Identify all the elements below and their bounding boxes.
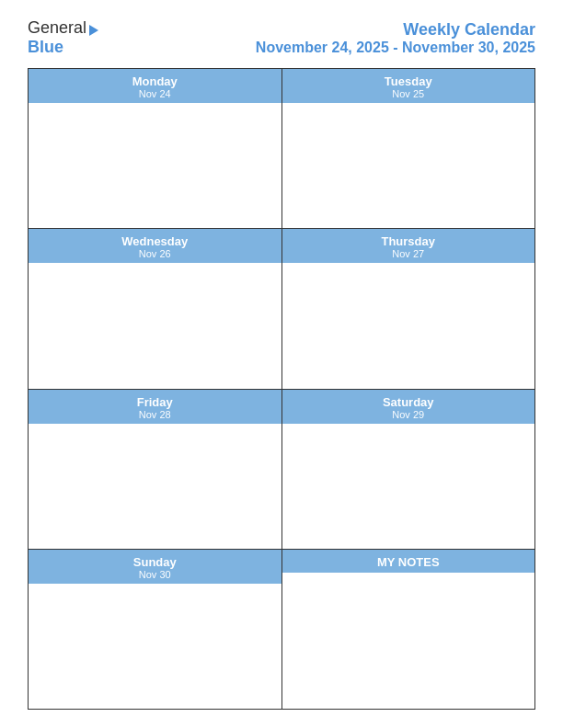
title-section: Weekly Calendar November 24, 2025 - Nove… [256,20,535,56]
monday-cell: Monday Nov 24 [29,69,282,228]
saturday-content [282,424,535,549]
wednesday-cell: Wednesday Nov 26 [29,229,282,388]
logo: General [28,18,99,38]
wednesday-name: Wednesday [29,234,282,248]
thursday-name: Thursday [282,234,535,248]
row-sunday-notes: Sunday Nov 30 MY NOTES [29,550,534,709]
monday-content [29,103,282,228]
thursday-date: Nov 27 [282,248,535,259]
saturday-header: Saturday Nov 29 [282,390,535,424]
logo-general-text: General [28,18,86,38]
sunday-name: Sunday [29,555,282,569]
notes-header: MY NOTES [282,550,535,573]
tuesday-cell: Tuesday Nov 25 [282,69,535,228]
row-monday-tuesday: Monday Nov 24 Tuesday Nov 25 [29,69,534,229]
logo-container: General Blue [28,18,99,57]
calendar-title: Weekly Calendar [256,20,535,40]
thursday-cell: Thursday Nov 27 [282,229,535,388]
saturday-name: Saturday [282,395,535,409]
logo-blue-text: Blue [28,38,63,57]
tuesday-content [282,103,535,228]
calendar-grid: Monday Nov 24 Tuesday Nov 25 Wednesday [28,68,535,710]
friday-header: Friday Nov 28 [29,390,282,424]
wednesday-content [29,263,282,388]
row-wednesday-thursday: Wednesday Nov 26 Thursday Nov 27 [29,229,534,389]
sunday-content [29,584,282,709]
logo-triangle-icon [89,25,98,36]
calendar-date-range: November 24, 2025 - November 30, 2025 [256,40,535,56]
friday-cell: Friday Nov 28 [29,390,282,549]
monday-header: Monday Nov 24 [29,69,282,103]
friday-content [29,424,282,549]
header: General Blue Weekly Calendar November 24… [28,18,535,57]
wednesday-date: Nov 26 [29,248,282,259]
friday-name: Friday [29,395,282,409]
wednesday-header: Wednesday Nov 26 [29,229,282,263]
monday-name: Monday [29,74,282,88]
notes-content [282,573,535,709]
saturday-date: Nov 29 [282,409,535,420]
sunday-date: Nov 30 [29,569,282,580]
saturday-cell: Saturday Nov 29 [282,390,535,549]
tuesday-header: Tuesday Nov 25 [282,69,535,103]
thursday-content [282,263,535,388]
friday-date: Nov 28 [29,409,282,420]
page: General Blue Weekly Calendar November 24… [0,0,563,728]
thursday-header: Thursday Nov 27 [282,229,535,263]
tuesday-name: Tuesday [282,74,535,88]
notes-cell: MY NOTES [282,550,535,709]
sunday-cell: Sunday Nov 30 [29,550,282,709]
sunday-header: Sunday Nov 30 [29,550,282,584]
row-friday-saturday: Friday Nov 28 Saturday Nov 29 [29,390,534,550]
tuesday-date: Nov 25 [282,88,535,99]
notes-label: MY NOTES [282,555,535,569]
monday-date: Nov 24 [29,88,282,99]
